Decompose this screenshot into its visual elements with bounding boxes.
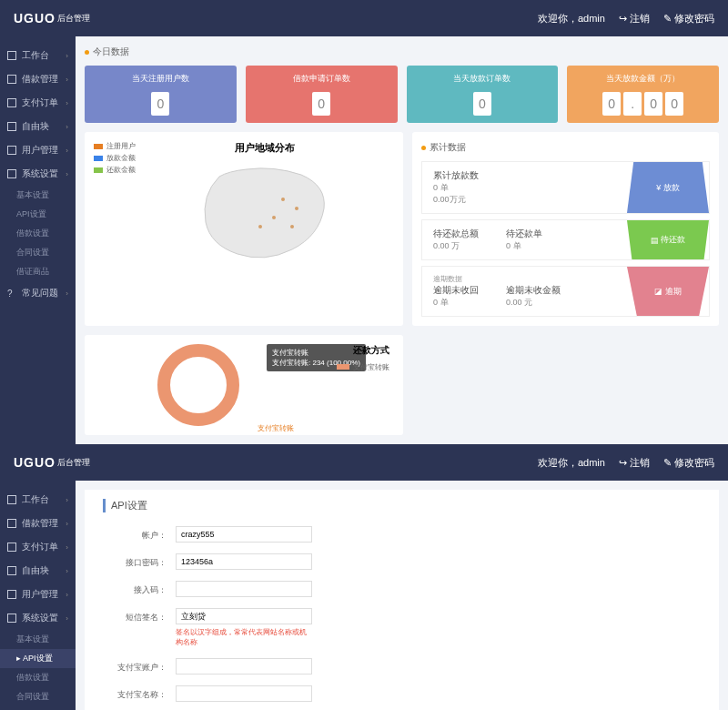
digit: 0 [602, 92, 621, 116]
map-title: 用户地域分布 [136, 141, 394, 155]
welcome-text: 欢迎你，admin [538, 456, 605, 470]
digit: 0 [665, 92, 683, 116]
yen-icon: ¥ [656, 183, 661, 192]
digit: . [623, 92, 642, 116]
chevron-right-icon: › [66, 52, 68, 60]
cumulative-panel: 累计数据 累计放款数 0 单 0.00万元 ¥ 放款 待还款总额0.00 万 待… [412, 132, 719, 326]
row-account: 帐户： [103, 526, 701, 543]
topbar: UGUO 后台管理 欢迎你，admin ↪ 注销 ✎ 修改密码 [0, 0, 728, 36]
grid-icon [7, 543, 16, 552]
sidebar-item-system[interactable]: 系统设置› [0, 606, 76, 630]
sidebar: 工作台› 借款管理› 支付订单› 自由块› 用户管理› 系统设置› 基本设置 ▸… [0, 481, 76, 710]
welcome-text: 欢迎你，admin [538, 12, 605, 25]
sidebar-item-workbench[interactable]: 工作台› [0, 44, 76, 67]
change-password-link[interactable]: ✎ 修改密码 [663, 12, 714, 25]
sign-input[interactable] [176, 608, 312, 624]
sidebar-item-workbench[interactable]: 工作台› [0, 488, 76, 512]
card-apply: 借款申请订单数 0 [246, 66, 398, 123]
sidebar-sub-basic[interactable]: 基本设置 [0, 630, 76, 649]
sidebar: 工作台› 借款管理› 支付订单› 自由块› 用户管理› 系统设置› 基本设置 A… [0, 36, 76, 444]
digit: 0 [644, 92, 662, 116]
chevron-right-icon: › [66, 123, 68, 131]
chevron-right-icon: › [66, 76, 68, 84]
change-password-link[interactable]: ✎ 修改密码 [663, 456, 714, 470]
sidebar-item-pay[interactable]: 支付订单› [0, 91, 76, 115]
legend-swatch [94, 144, 103, 149]
password-input[interactable] [176, 553, 312, 570]
digit: 0 [151, 92, 169, 116]
card-title: 当天放款订单数 [414, 73, 551, 85]
repay-panel: 支付宝转账 支付宝转账: 234 (100.00%) 还款方式 支付宝转账 支付… [85, 335, 403, 435]
row-alipay-name: 支付宝名称： [103, 685, 701, 702]
sidebar-sub-api[interactable]: API设置 [0, 205, 76, 224]
logo: UGUO 后台管理 [14, 11, 90, 25]
topbar-right: 欢迎你，admin ↪ 注销 ✎ 修改密码 [538, 12, 714, 25]
card-amount: 当天放款金额（万） 0 . 0 0 [567, 66, 719, 123]
hint: 签名以汉字组成，常常代表网站名称或机构名称 [176, 627, 312, 647]
grid-icon [7, 495, 16, 504]
sidebar-item-system[interactable]: 系统设置› [0, 162, 76, 186]
svg-point-4 [290, 225, 294, 228]
grid-icon [7, 51, 16, 60]
sidebar-sub-loan[interactable]: 借款设置 [0, 668, 76, 687]
sidebar-sub-product[interactable]: 借证商品 [0, 706, 76, 710]
grid-icon [7, 122, 16, 131]
map-panel: 注册用户 放款金额 还款金额 用户地域分布 [85, 132, 403, 326]
card-title: 当天放款金额（万） [574, 73, 712, 85]
sidebar-item-user[interactable]: 用户管理› [0, 583, 76, 606]
logo: UGUO 后台管理 [14, 455, 90, 470]
alipay-account-input[interactable] [176, 658, 312, 674]
account-input[interactable] [176, 526, 312, 543]
pending-badge: ▤ 待还款 [627, 220, 709, 259]
sidebar-item-faq[interactable]: ?常见问题› [0, 281, 76, 305]
wallet-icon: ◪ [654, 287, 662, 296]
sidebar-item-free[interactable]: 自由块› [0, 115, 76, 138]
lend-badge: ¥ 放款 [627, 162, 709, 213]
logout-link[interactable]: ↪ 注销 [619, 12, 650, 25]
chevron-right-icon: › [66, 99, 68, 107]
grid-icon [7, 614, 16, 623]
row-alipay-account: 支付宝账户： [103, 658, 701, 674]
sidebar-sub-contract[interactable]: 合同设置 [0, 243, 76, 262]
stat-lend: 累计放款数 0 单 0.00万元 ¥ 放款 [421, 161, 710, 214]
stat-cards: 当天注册用户数 0 借款申请订单数 0 当天放款订单数 0 当天放款金额（万） … [85, 66, 719, 123]
main-content: API设置 帐户： 接口密码： 接入码： 短信签名： [76, 481, 728, 710]
repay-legend: 支付宝转账 [337, 362, 389, 372]
chevron-right-icon: › [66, 289, 68, 298]
dot-icon [85, 50, 89, 55]
sidebar-sub-api[interactable]: ▸ API设置 [0, 649, 76, 668]
card-title: 借款申请订单数 [253, 73, 390, 85]
svg-point-3 [258, 225, 262, 228]
question-icon: ? [7, 289, 16, 298]
sidebar-item-free[interactable]: 自由块› [0, 559, 76, 583]
legend-swatch [94, 156, 103, 161]
sidebar-sub-loan[interactable]: 借款设置 [0, 224, 76, 243]
sidebar-item-loan[interactable]: 借款管理› [0, 67, 76, 91]
china-map[interactable] [136, 158, 394, 277]
row-password: 接口密码： [103, 553, 701, 570]
sidebar-sub-basic[interactable]: 基本设置 [0, 186, 76, 205]
sidebar-item-user[interactable]: 用户管理› [0, 138, 76, 162]
form-title: API设置 [103, 499, 701, 512]
donut-caption: 支付宝转账 [258, 423, 294, 433]
logout-link[interactable]: ↪ 注销 [619, 456, 650, 470]
main-content: 今日数据 当天注册用户数 0 借款申请订单数 0 当天放款订单数 0 当天放款金… [76, 36, 728, 444]
overdue-badge: ◪ 逾期 [627, 267, 709, 316]
repay-title: 还款方式 [353, 344, 389, 357]
brand-sub: 后台管理 [57, 15, 90, 23]
map-legend: 注册用户 放款金额 还款金额 [94, 141, 136, 279]
grid-icon [7, 590, 16, 599]
sidebar-sub-product[interactable]: 借证商品 [0, 262, 76, 281]
grid-icon [7, 519, 16, 528]
access-input[interactable] [176, 581, 312, 597]
grid-icon [7, 169, 16, 178]
alipay-name-input[interactable] [176, 685, 312, 702]
legend-swatch [94, 167, 103, 173]
sidebar-sub-contract[interactable]: 合同设置 [0, 687, 76, 706]
sidebar-item-pay[interactable]: 支付订单› [0, 535, 76, 559]
svg-point-0 [281, 198, 285, 201]
sidebar-item-loan[interactable]: 借款管理› [0, 512, 76, 535]
donut-chart[interactable] [157, 344, 239, 426]
row-access: 接入码： [103, 581, 701, 597]
grid-icon [7, 566, 16, 575]
